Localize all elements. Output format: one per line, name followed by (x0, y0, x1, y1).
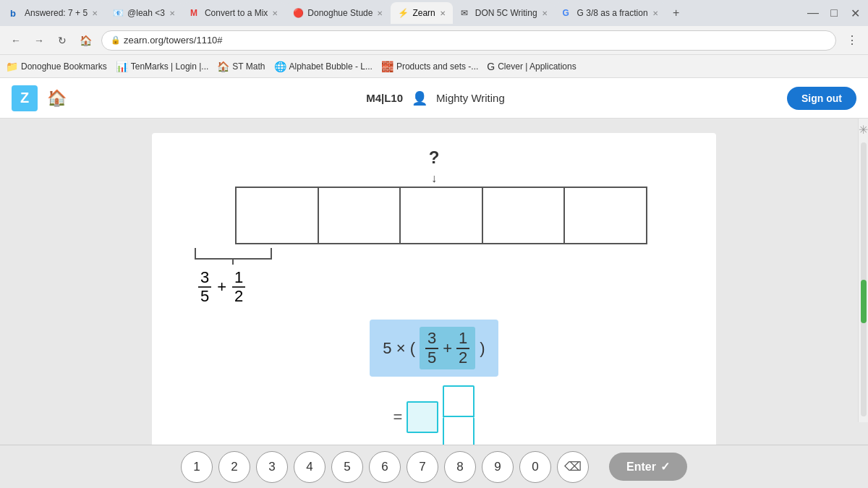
scrollbar[interactable]: ✳ (858, 119, 868, 422)
brace-container (188, 244, 600, 269)
expr-frac2-den: 2 (456, 349, 469, 367)
numpad-5[interactable]: 5 (331, 451, 363, 483)
reload-button[interactable]: ↻ (52, 30, 72, 51)
address-bar[interactable]: 🔒 zearn.org/towers/1110# (101, 30, 836, 51)
expr-5x-label: 5 × ( (383, 339, 415, 358)
tab-label-donoghue: Donoghue Stude (307, 8, 373, 18)
expr-inner-highlight: 3 5 + 1 2 (420, 327, 475, 369)
forward-button[interactable]: → (29, 30, 49, 51)
expr-frac2: 1 2 (456, 330, 469, 366)
browser-menu-icon[interactable]: ⋮ (842, 30, 862, 51)
tab-label-don5c: DON 5C Writing (475, 8, 537, 18)
browser-minimize-icon[interactable]: — (803, 3, 823, 23)
down-arrow: ↓ (174, 172, 694, 185)
back-button[interactable]: ← (6, 30, 26, 51)
address-text: zearn.org/towers/1110# (124, 35, 827, 46)
bookmarks-bar: 📁 Donoghue Bookmarks 📊 TenMarks | Login … (0, 55, 868, 78)
bookmark-clever[interactable]: G Clever | Applications (487, 61, 576, 72)
numpad-0[interactable]: 0 (519, 451, 551, 483)
bookmark-icon-donoghue: 📁 (6, 61, 18, 72)
scroll-track[interactable] (861, 142, 867, 416)
zearn-logo-house: 🏠 (43, 85, 69, 111)
answer-fraction-box (443, 385, 475, 445)
numpad-2[interactable]: 2 (218, 451, 250, 483)
question-mark: ? (174, 147, 694, 168)
tab-convert[interactable]: M Convert to a Mix ✕ (183, 2, 285, 24)
tab-icon-answered: b (10, 8, 20, 18)
bookmark-icon-alphabet: 🌐 (274, 61, 286, 72)
tab-bar: b Answered: 7 + 5 ✕ 📧 @leah <3 ✕ M Conve… (0, 0, 868, 26)
numpad-4[interactable]: 4 (294, 451, 326, 483)
bookmark-icon-tenmarks: 📊 (116, 61, 128, 72)
bookmark-icon-stmath: 🏠 (217, 61, 229, 72)
lesson-title: Mighty Writing (436, 92, 505, 104)
tab-close-fraction[interactable]: ✕ (652, 9, 658, 17)
lock-icon: 🔒 (111, 35, 121, 45)
tab-icon-convert: M (190, 8, 200, 18)
rect-cell-3 (401, 188, 483, 243)
tab-icon-donoghue: 🔴 (293, 8, 303, 18)
bookmark-label-donoghue: Donoghue Bookmarks (21, 61, 107, 72)
expr-plus: + (443, 339, 452, 358)
backspace-button[interactable]: ⌫ (557, 451, 589, 483)
browser-close-icon[interactable]: ✕ (845, 3, 865, 23)
scroll-thumb[interactable] (861, 280, 867, 323)
app-logo: Z 🏠 (12, 85, 69, 111)
expression-box: 5 × ( 3 5 + 1 2 ) (370, 320, 498, 376)
problem-area: ? ↓ 3 5 (152, 133, 716, 445)
numpad-1[interactable]: 1 (181, 451, 213, 483)
numpad-7[interactable]: 7 (407, 451, 438, 483)
numpad-8[interactable]: 8 (444, 451, 476, 483)
expr-frac1: 3 5 (425, 330, 438, 366)
enter-button[interactable]: Enter ✓ (609, 453, 687, 481)
new-tab-button[interactable]: + (666, 3, 686, 23)
tab-answered[interactable]: b Answered: 7 + 5 ✕ (3, 2, 105, 24)
tab-donoghue[interactable]: 🔴 Donoghue Stude ✕ (286, 2, 390, 24)
bookmark-donoghue[interactable]: 📁 Donoghue Bookmarks (6, 61, 107, 72)
nav-bar: ← → ↻ 🏠 🔒 zearn.org/towers/1110# ⋮ (0, 26, 868, 55)
answer-whole-box[interactable] (407, 401, 438, 433)
tab-close-leah[interactable]: ✕ (169, 9, 175, 17)
rect-cell-5 (565, 188, 646, 243)
main-content: ? ↓ 3 5 (0, 119, 868, 445)
expression-container: 5 × ( 3 5 + 1 2 ) (174, 320, 694, 376)
tab-leah[interactable]: 📧 @leah <3 ✕ (106, 2, 182, 24)
tab-zearn[interactable]: ⚡ Zearn ✕ (391, 2, 452, 24)
frac1-denominator: 5 (198, 288, 211, 305)
bookmark-label-products: Products and sets -... (396, 61, 478, 72)
sign-out-button[interactable]: Sign out (787, 87, 856, 110)
scroll-star-icon: ✳ (859, 123, 868, 137)
tab-label-leah: @leah <3 (127, 8, 165, 18)
frac2-numerator: 1 (232, 269, 245, 288)
bookmark-stmath[interactable]: 🏠 ST Math (217, 61, 265, 72)
numpad: 1 2 3 4 5 6 7 8 9 0 ⌫ Enter ✓ (0, 445, 868, 488)
answer-denominator-box[interactable] (443, 417, 475, 445)
tab-close-zearn[interactable]: ✕ (440, 9, 446, 17)
answer-area: = (174, 385, 694, 445)
numpad-3[interactable]: 3 (256, 451, 288, 483)
tab-label-zearn: Zearn (412, 8, 435, 18)
tab-fraction[interactable]: G G 3/8 as a fraction ✕ (556, 2, 665, 24)
home-button[interactable]: 🏠 (75, 30, 95, 51)
numpad-6[interactable]: 6 (369, 451, 401, 483)
tab-icon-don5c: ✉ (461, 8, 471, 18)
browser-restore-icon[interactable]: □ (824, 3, 844, 23)
tab-close-don5c[interactable]: ✕ (542, 9, 548, 17)
bookmark-tenmarks[interactable]: 📊 TenMarks | Login |... (116, 61, 209, 72)
lesson-label: M4|L10 (366, 92, 403, 104)
rect-cell-4 (483, 188, 566, 243)
answer-numerator-box[interactable] (443, 385, 475, 417)
zearn-logo-z: Z (12, 85, 38, 111)
tab-close-answered[interactable]: ✕ (92, 9, 98, 17)
tab-close-donoghue[interactable]: ✕ (377, 9, 383, 17)
tab-icon-leah: 📧 (113, 8, 123, 18)
bookmark-products[interactable]: 🧱 Products and sets -... (381, 61, 478, 72)
expr-frac1-den: 5 (425, 349, 438, 367)
bookmark-alphabet[interactable]: 🌐 Alphabet Bubble - L... (274, 61, 373, 72)
tab-icon-fraction: G (563, 8, 573, 18)
numpad-9[interactable]: 9 (482, 451, 514, 483)
bookmark-label-clever: Clever | Applications (498, 61, 576, 72)
tab-close-convert[interactable]: ✕ (272, 9, 278, 17)
tab-don5c[interactable]: ✉ DON 5C Writing ✕ (454, 2, 555, 24)
brace-svg (188, 244, 282, 266)
